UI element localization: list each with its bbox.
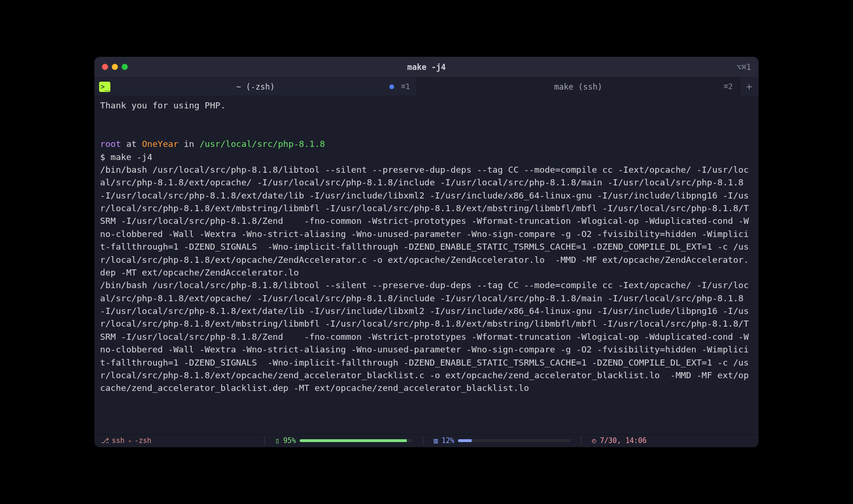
- prompt-host: OneYear: [142, 139, 178, 149]
- tab-shortcut-hint: ⌘2: [724, 82, 733, 91]
- traffic-lights: [102, 64, 128, 70]
- git-branch-icon: ⎇: [101, 436, 109, 445]
- tab-label: make (ssh): [417, 82, 739, 92]
- terminal-window: make -j4 ⌥⌘1 >_ ~ (-zsh) ⌘1 make (ssh) ⌘…: [94, 57, 759, 447]
- status-separator-icon: ◂: [127, 436, 132, 445]
- prompt-in: in: [184, 139, 194, 149]
- minimize-window-button[interactable]: [112, 64, 118, 70]
- tab-label: ~ (-zsh): [94, 82, 417, 92]
- prompt-user: root: [100, 139, 121, 149]
- compile-output-line: /bin/bash /usr/local/src/php-8.1.8/libto…: [100, 165, 749, 277]
- tab-shortcut-hint: ⌘1: [401, 82, 410, 91]
- tab-zsh[interactable]: >_ ~ (-zsh) ⌘1: [94, 77, 417, 96]
- status-bar: ⎇ ssh ◂ -zsh ▯ 95% ▥ 12%: [94, 434, 759, 447]
- new-tab-button[interactable]: +: [740, 77, 759, 96]
- prompt-path: /usr/local/src/php-8.1.8: [200, 139, 325, 149]
- prompt-command: make -j4: [110, 152, 152, 162]
- titlebar: make -j4 ⌥⌘1: [94, 57, 759, 77]
- zoom-window-button[interactable]: [122, 64, 128, 70]
- battery-bar-fill: [300, 439, 407, 442]
- terminal-viewport[interactable]: Thank you for using PHP. root at OneYear…: [94, 96, 759, 434]
- clock-value: 7/30, 14:06: [600, 436, 646, 445]
- clock-icon: ◴: [592, 436, 596, 445]
- status-battery: ▯ 95%: [275, 436, 412, 445]
- tab-make-ssh[interactable]: make (ssh) ⌘2: [417, 77, 740, 96]
- chip-icon: ▥: [434, 436, 438, 445]
- scrollback-line: Thank you for using PHP.: [100, 100, 225, 110]
- close-window-button[interactable]: [102, 64, 108, 70]
- status-divider: [581, 436, 582, 445]
- window-title: make -j4: [94, 62, 759, 72]
- prompt-at: at: [126, 139, 137, 149]
- window-shortcut-hint: ⌥⌘1: [737, 62, 751, 72]
- prompt-symbol: $: [100, 152, 105, 162]
- status-shell: -zsh: [134, 436, 151, 445]
- compile-output-line: /bin/bash /usr/local/src/php-8.1.8/libto…: [100, 280, 749, 393]
- status-clock: ◴ 7/30, 14:06: [592, 436, 646, 445]
- tab-bar: >_ ~ (-zsh) ⌘1 make (ssh) ⌘2 +: [94, 77, 759, 96]
- status-divider: [423, 436, 423, 445]
- status-divider: [264, 436, 265, 445]
- status-connection: ssh: [112, 436, 124, 445]
- battery-percent: 95%: [283, 436, 296, 445]
- battery-bar: [300, 439, 412, 442]
- activity-badge-icon: [389, 84, 394, 89]
- memory-bar-fill: [458, 439, 472, 442]
- battery-icon: ▯: [275, 436, 279, 445]
- memory-percent: 12%: [442, 436, 454, 445]
- status-memory: ▥ 12%: [434, 436, 571, 445]
- memory-bar: [458, 439, 571, 442]
